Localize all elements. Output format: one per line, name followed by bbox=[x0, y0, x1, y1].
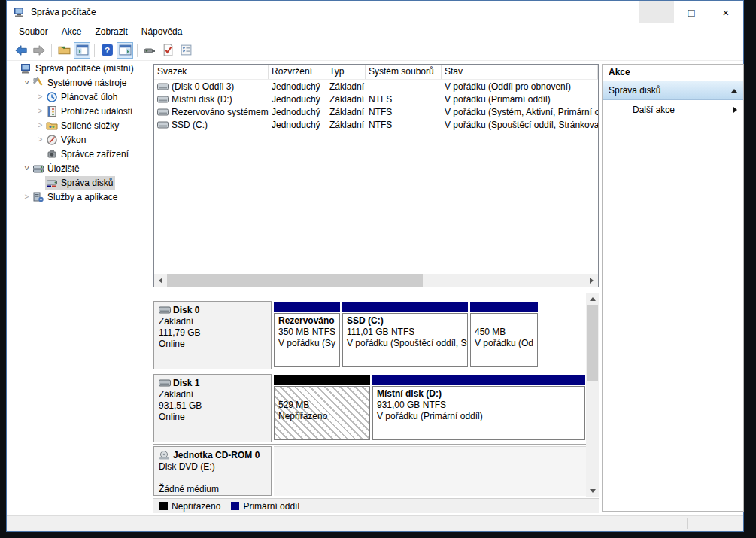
column-header-system-souboru[interactable]: Systém souborů bbox=[366, 65, 442, 79]
horizontal-scrollbar[interactable] bbox=[154, 274, 598, 287]
disk-icon bbox=[159, 378, 171, 388]
storage-icon bbox=[32, 163, 44, 175]
volume-row-rezervovano-systemem[interactable]: Rezervováno systémem Jednoduchý Základní… bbox=[154, 105, 598, 118]
partition-color-bar bbox=[342, 302, 468, 312]
chevron-collapsed-icon[interactable]: > bbox=[35, 93, 45, 101]
chevron-collapsed-icon[interactable]: > bbox=[35, 135, 45, 144]
volume-row-disk0-oddil3[interactable]: (Disk 0 Oddíl 3) Jednoduchý Základní V p… bbox=[154, 80, 598, 93]
scroll-right-arrow[interactable] bbox=[585, 274, 598, 287]
status-bar-divider bbox=[687, 518, 688, 529]
tree-item-performance[interactable]: > Výkon bbox=[7, 132, 153, 147]
partition-color-bar bbox=[274, 302, 340, 312]
cdrom-info-cell[interactable]: Jednotka CD-ROM 0 Disk DVD (E:) Žádné mé… bbox=[153, 446, 272, 496]
partition-color-bar bbox=[470, 302, 538, 312]
task-scheduler-icon bbox=[46, 91, 58, 103]
back-button[interactable] bbox=[13, 42, 29, 59]
scroll-up-arrow[interactable] bbox=[586, 293, 599, 305]
disk-row-cdrom0: Jednotka CD-ROM 0 Disk DVD (E:) Žádné mé… bbox=[153, 444, 586, 497]
chevron-expanded-icon[interactable]: > bbox=[23, 78, 31, 87]
partition-block-mistni-disk-d[interactable]: Místní disk (D:) 931,00 GB NTFS V pořádk… bbox=[372, 375, 585, 440]
chevron-collapsed-icon[interactable]: > bbox=[35, 121, 45, 129]
title-bar[interactable]: Správa počítače – □ × bbox=[7, 1, 743, 23]
disk-management-icon bbox=[46, 177, 58, 189]
unallocated-block[interactable]: 529 MB Nepřiřazeno bbox=[274, 375, 370, 440]
volume-row-ssd-c[interactable]: SSD (C:) Jednoduchý Základní NTFS V pořá… bbox=[154, 118, 598, 131]
show-action-pane-button[interactable] bbox=[117, 42, 133, 59]
chevron-collapsed-icon[interactable]: > bbox=[35, 107, 45, 115]
vertical-scrollbar[interactable] bbox=[586, 293, 599, 497]
chevron-expanded-icon[interactable]: > bbox=[23, 163, 31, 173]
desktop: { "window": { "title": "Správa počítače"… bbox=[0, 0, 756, 538]
show-console-tree-icon bbox=[76, 44, 89, 56]
tree-item-shared-folders[interactable]: > Sdílené složky bbox=[7, 118, 153, 132]
disk1-band: 529 MB Nepřiřazeno Místní disk (D:) 931,… bbox=[274, 372, 586, 445]
legend-primary-partition: Primární oddíl bbox=[231, 501, 299, 512]
column-header-svazek[interactable]: Svazek bbox=[154, 65, 269, 79]
disk0-info-cell[interactable]: Disk 0 Základní 111,79 GB Online bbox=[153, 301, 272, 369]
legend-unallocated: Nepřiřazeno bbox=[159, 501, 220, 512]
export-list-icon bbox=[58, 44, 71, 56]
services-icon bbox=[32, 191, 44, 203]
maximize-button[interactable]: □ bbox=[674, 1, 709, 23]
tree-label: Správce zařízení bbox=[61, 149, 129, 160]
volume-row-mistni-disk-d[interactable]: Místní disk (D:) Jednoduchý Základní NTF… bbox=[154, 93, 598, 105]
computer-management-window: Správa počítače – □ × Soubor Akce Zobraz… bbox=[6, 0, 744, 532]
console-tool-button[interactable] bbox=[141, 42, 158, 59]
system-tools-icon bbox=[32, 77, 44, 89]
partition-block-ssd-c[interactable]: SSD (C:) 111,01 GB NTFS V pořádku (Spouš… bbox=[342, 302, 468, 367]
console-tool-icon bbox=[143, 44, 156, 57]
collapse-arrow-icon[interactable] bbox=[731, 89, 737, 93]
column-header-typ[interactable]: Typ bbox=[326, 65, 366, 79]
column-header-stav[interactable]: Stav bbox=[442, 65, 598, 79]
menu-akce[interactable]: Akce bbox=[55, 25, 89, 38]
menu-zobrazit[interactable]: Zobrazit bbox=[88, 25, 134, 38]
actions-group-disk-management[interactable]: Správa disků bbox=[603, 81, 743, 100]
tree-item-device-manager[interactable]: > Správce zařízení bbox=[7, 147, 153, 161]
console-tree-panel: > Správa počítače (místní) > Syst bbox=[7, 61, 153, 516]
tree-item-task-scheduler[interactable]: > Plánovač úloh bbox=[7, 90, 153, 104]
forward-icon bbox=[32, 44, 46, 57]
toolbar-separator bbox=[51, 44, 52, 57]
vertical-scrollbar-thumb[interactable] bbox=[587, 305, 598, 381]
menu-napoveda[interactable]: Nápověda bbox=[135, 25, 190, 38]
minimize-button[interactable]: – bbox=[639, 1, 674, 23]
tree-item-computer-management[interactable]: > Správa počítače (místní) bbox=[7, 61, 153, 75]
disk0-band: Rezervováno 350 MB NTFS V pořádku (Sy SS… bbox=[274, 299, 586, 372]
disk1-info-cell[interactable]: Disk 1 Základní 931,51 GB Online bbox=[153, 374, 272, 442]
chevron-collapsed-icon[interactable]: > bbox=[22, 193, 32, 201]
horizontal-scrollbar-thumb[interactable] bbox=[167, 274, 423, 287]
scroll-down-arrow[interactable] bbox=[586, 485, 599, 497]
menu-soubor[interactable]: Soubor bbox=[12, 25, 55, 38]
scroll-left-arrow[interactable] bbox=[154, 274, 167, 287]
check-document-button[interactable] bbox=[159, 42, 176, 59]
partition-block-recovery[interactable]: 450 MB V pořádku (Od bbox=[470, 302, 538, 367]
partition-legend: Nepřiřazeno Primární oddíl bbox=[153, 498, 599, 513]
back-icon bbox=[14, 44, 28, 57]
export-list-button[interactable] bbox=[56, 42, 72, 59]
tree-item-storage[interactable]: > Úložiště bbox=[7, 161, 153, 175]
partition-color-bar bbox=[372, 375, 585, 385]
tree-item-services-applications[interactable]: > Služby a aplikace bbox=[7, 190, 153, 204]
tree-label: Služby a aplikace bbox=[47, 192, 117, 202]
properties-list-icon bbox=[180, 44, 193, 56]
volume-table-header: Svazek Rozvržení Typ Systém souborů Stav bbox=[154, 65, 598, 80]
window-title: Správa počítače bbox=[31, 7, 96, 17]
volume-icon bbox=[157, 83, 169, 90]
tree-label: Sdílené složky bbox=[61, 120, 119, 131]
tree-item-disk-management[interactable]: > Správa disků bbox=[7, 175, 153, 190]
actions-panel: Akce Správa disků Další akce bbox=[602, 64, 744, 512]
actions-item-more-actions[interactable]: Další akce bbox=[603, 100, 743, 119]
partition-block-rezervovano[interactable]: Rezervováno 350 MB NTFS V pořádku (Sy bbox=[274, 302, 340, 367]
app-computer-icon bbox=[14, 6, 26, 18]
tree-item-system-tools[interactable]: > Systémové nástroje bbox=[7, 75, 153, 90]
show-console-tree-button[interactable] bbox=[74, 42, 90, 59]
status-bar bbox=[7, 515, 743, 531]
tree-label: Správa počítače (místní) bbox=[35, 63, 134, 74]
disk-row-disk1: Disk 1 Základní 931,51 GB Online 529 MB … bbox=[153, 372, 586, 445]
tree-item-event-viewer[interactable]: > Prohlížeč událostí bbox=[7, 104, 153, 118]
column-header-rozvrzeni[interactable]: Rozvržení bbox=[269, 65, 326, 79]
close-button[interactable]: × bbox=[709, 1, 743, 23]
properties-list-button[interactable] bbox=[178, 42, 194, 59]
forward-button[interactable] bbox=[31, 42, 47, 59]
help-button[interactable]: ? bbox=[99, 42, 115, 59]
